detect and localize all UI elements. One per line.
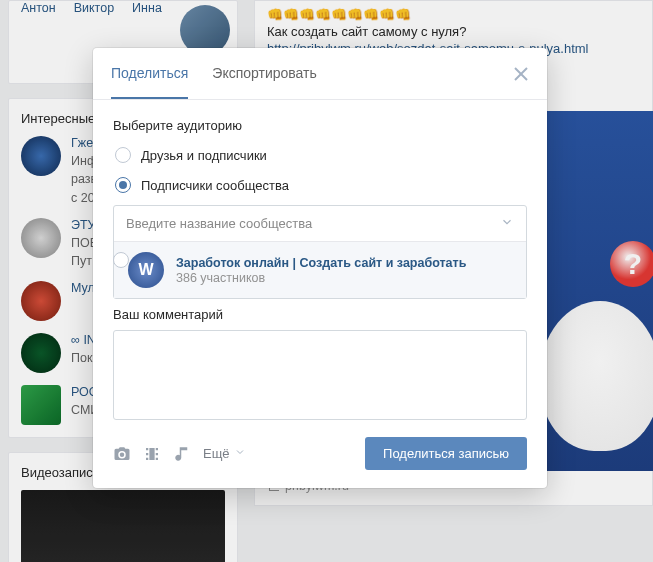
attach-more[interactable]: Ещё (203, 446, 246, 461)
tab-export[interactable]: Экспортировать (212, 48, 316, 99)
modal-tabs: Поделиться Экспортировать (111, 48, 317, 99)
audience-title: Выберите аудиторию (113, 118, 527, 133)
community-name: Заработок онлайн | Создать сайт и зарабо… (176, 256, 466, 270)
dropdown-placeholder: Введите название сообщества (126, 216, 312, 231)
modal-body: Выберите аудиторию Друзья и подписчики П… (93, 100, 547, 423)
chevron-down-icon (234, 446, 246, 461)
close-icon[interactable] (509, 62, 533, 86)
radio-icon (113, 252, 129, 268)
modal-header: Поделиться Экспортировать (93, 48, 547, 100)
share-button[interactable]: Поделиться записью (365, 437, 527, 470)
video-icon[interactable] (143, 445, 161, 463)
radio-icon (115, 147, 131, 163)
share-modal: Поделиться Экспортировать Выберите аудит… (93, 48, 547, 488)
comment-label: Ваш комментарий (113, 307, 527, 322)
avatar: W (128, 252, 164, 288)
community-members: 386 участников (176, 271, 466, 285)
radio-label: Друзья и подписчики (141, 148, 267, 163)
radio-extra[interactable] (112, 252, 129, 268)
community-dropdown: Введите название сообщества W Заработок … (113, 205, 527, 299)
radio-community[interactable]: Подписчики сообщества (115, 177, 527, 193)
music-icon[interactable] (173, 445, 191, 463)
tab-share[interactable]: Поделиться (111, 48, 188, 99)
radio-icon (115, 177, 131, 193)
community-option[interactable]: W Заработок онлайн | Создать сайт и зара… (114, 241, 526, 298)
radio-friends[interactable]: Друзья и подписчики (115, 147, 527, 163)
chevron-down-icon (500, 215, 514, 232)
modal-footer: Ещё Поделиться записью (93, 423, 547, 488)
community-input[interactable]: Введите название сообщества (114, 206, 526, 241)
community-dropdown-wrap: Введите название сообщества W Заработок … (113, 205, 527, 299)
comment-input[interactable] (113, 330, 527, 420)
attach-row: Ещё (113, 445, 246, 463)
radio-label: Подписчики сообщества (141, 178, 289, 193)
camera-icon[interactable] (113, 445, 131, 463)
